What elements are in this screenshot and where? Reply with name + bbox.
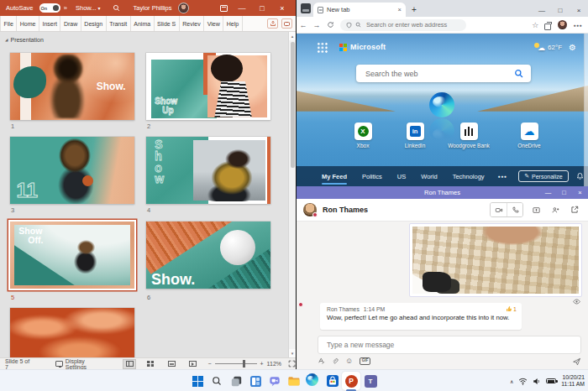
new-tab-button[interactable]: + (412, 5, 417, 14)
search-icon[interactable] (113, 4, 120, 12)
close-button[interactable]: × (570, 3, 588, 17)
tab-transitions[interactable]: Transit (107, 16, 131, 31)
slide-thumbnail-1[interactable]: Show. (10, 53, 134, 120)
compose-box[interactable] (318, 336, 581, 354)
search-icon[interactable] (514, 69, 523, 78)
feed-tab-my-feed[interactable]: My Feed (322, 173, 347, 180)
more-menu-icon[interactable]: ●●● (573, 23, 582, 28)
slide-thumbnail-2[interactable]: Show Up (146, 53, 270, 120)
maximize-button[interactable]: □ (252, 0, 272, 16)
document-title[interactable]: Show... ▾ (76, 4, 101, 12)
settings-gear-icon[interactable]: ⚙ (569, 43, 576, 52)
edge-taskbar-button[interactable] (306, 373, 318, 386)
gif-icon[interactable]: GIF (360, 357, 370, 365)
autosave-toggle[interactable]: On (39, 3, 60, 13)
shortcut-onedrive[interactable]: ☁ OneDrive (502, 123, 556, 149)
video-call-button[interactable] (491, 203, 507, 216)
chat-button[interactable] (267, 373, 282, 388)
quick-access-overflow-button[interactable]: » (64, 4, 67, 12)
clock[interactable]: 10/20/21 11:11 AM (561, 374, 585, 388)
minimize-button[interactable]: — (533, 3, 551, 17)
minimize-button[interactable]: — (232, 0, 252, 16)
microsoft-logo[interactable]: Microsoft (339, 43, 386, 51)
sent-photo-message[interactable] (409, 223, 582, 297)
tab-close-icon[interactable]: × (398, 6, 402, 13)
tab-animations[interactable]: Anima (131, 16, 155, 31)
tab-home[interactable]: Home (17, 16, 39, 31)
collections-icon[interactable] (544, 22, 552, 29)
favorites-icon[interactable]: ☆ (532, 21, 538, 29)
tab-design[interactable]: Design (81, 16, 107, 31)
ribbon-display-options-icon[interactable] (215, 0, 232, 16)
tray-chevron-icon[interactable]: ∧ (510, 378, 513, 384)
personalize-button[interactable]: ✎ Personalize (518, 170, 568, 182)
thumbnail-scrollbar[interactable]: ▴ ▾ (288, 32, 296, 357)
slide-thumbnail-3[interactable]: 11 (10, 137, 134, 204)
tab-review[interactable]: Reviev (180, 16, 204, 31)
tab-slide-show[interactable]: Slide S (155, 16, 180, 31)
tab-insert[interactable]: Insert (39, 16, 61, 31)
close-button[interactable]: × (572, 186, 588, 199)
emoji-icon[interactable]: ☺ (345, 357, 353, 365)
maximize-button[interactable]: □ (551, 3, 570, 17)
volume-icon[interactable] (533, 378, 541, 385)
slide-thumbnail-6[interactable]: Show. (146, 222, 270, 289)
forward-button[interactable]: → (310, 21, 323, 29)
file-explorer-button[interactable] (286, 373, 302, 388)
slide-thumbnail-7[interactable] (10, 308, 134, 357)
zoom-out-button[interactable]: − (207, 361, 211, 367)
tab-actions-menu-icon[interactable] (301, 3, 311, 13)
shortcut-xbox[interactable]: X Xbox (336, 123, 390, 149)
screen-share-button[interactable] (529, 204, 543, 216)
address-input[interactable] (365, 20, 460, 29)
reading-view-button[interactable] (165, 359, 178, 369)
send-button[interactable] (572, 357, 581, 366)
powerpoint-taskbar-button-active[interactable]: P (342, 372, 360, 390)
format-icon[interactable] (318, 357, 325, 365)
web-search-box[interactable] (356, 65, 531, 82)
slide-thumbnail-5-selected[interactable]: Show Off. (10, 222, 134, 289)
feed-tab-politics[interactable]: Politics (362, 173, 382, 180)
tab-draw[interactable]: Draw (60, 16, 81, 31)
notifications-bell-icon[interactable] (576, 172, 584, 180)
tab-view[interactable]: View (204, 16, 223, 31)
back-button[interactable]: ← (297, 21, 310, 29)
compose-input[interactable] (325, 340, 574, 350)
normal-view-button[interactable] (123, 359, 136, 369)
scroll-up-icon[interactable]: ▴ (289, 32, 296, 40)
teams-taskbar-button[interactable]: T (363, 373, 378, 388)
panel-header[interactable]: ◢ Presentation (5, 37, 44, 43)
shortcut-linkedin[interactable]: in LinkedIn (388, 123, 442, 149)
attach-icon[interactable] (332, 357, 339, 365)
wifi-icon[interactable] (518, 378, 528, 385)
feed-more-icon[interactable]: ●●● (498, 174, 507, 179)
display-settings-button[interactable]: Display Settings (50, 358, 111, 369)
profile-avatar[interactable] (558, 20, 567, 29)
zoom-slider[interactable] (215, 363, 257, 364)
browser-tab[interactable]: New tab × (313, 3, 406, 17)
avatar[interactable] (178, 3, 189, 13)
apps-waffle-icon[interactable] (317, 42, 328, 53)
feed-tab-us[interactable]: US (397, 173, 406, 180)
tab-file[interactable]: File (0, 16, 17, 31)
minimize-button[interactable]: — (540, 186, 556, 199)
task-view-button[interactable] (228, 373, 244, 388)
scroll-down-icon[interactable]: ▾ (289, 349, 296, 357)
shortcut-woodgrove-bank[interactable]: Woodgrove Bank (442, 123, 496, 149)
weather-widget[interactable]: ☁ 62°F (534, 43, 562, 52)
feed-tab-technology[interactable]: Technology (453, 173, 485, 180)
browser-scrollbar[interactable] (584, 34, 588, 186)
battery-icon[interactable] (546, 378, 556, 383)
slide-sorter-button[interactable] (144, 359, 157, 369)
fit-slide-to-window-button[interactable] (288, 360, 296, 368)
scrollbar-thumb[interactable] (291, 42, 295, 168)
web-search-input[interactable] (364, 69, 514, 79)
feed-tab-world[interactable]: World (421, 173, 437, 180)
address-bar[interactable] (340, 19, 466, 31)
audio-call-button[interactable] (507, 203, 522, 216)
microsoft-store-button[interactable] (325, 373, 340, 388)
zoom-slider-knob[interactable] (243, 360, 245, 368)
share-button[interactable] (267, 18, 278, 29)
taskbar-search-button[interactable] (209, 373, 224, 388)
close-button[interactable]: × (272, 0, 292, 16)
